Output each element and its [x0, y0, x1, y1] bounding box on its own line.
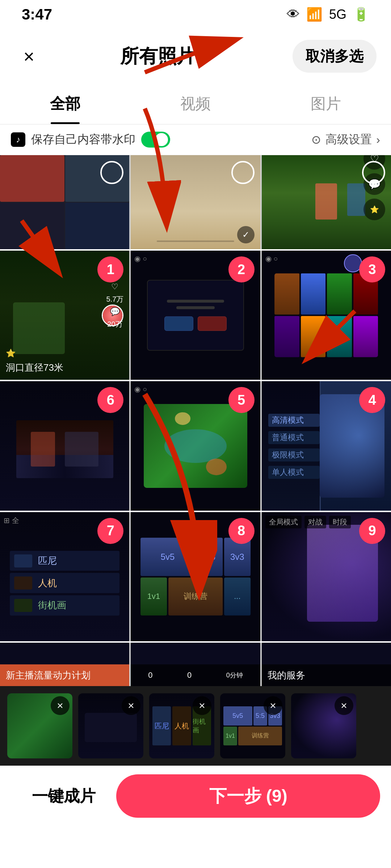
cell-badge-7: 7 [97, 518, 123, 544]
chevron-right-icon: › [376, 133, 380, 146]
header: × 所有照片 ▼ 取消多选 [0, 29, 391, 84]
selected-thumb-2[interactable]: × [78, 693, 143, 758]
photo-cell-2[interactable]: ◉ ○ 2 [131, 251, 260, 380]
circle-icon: ⊙ [311, 133, 321, 146]
one-click-button[interactable]: 一键成片 [11, 774, 116, 818]
remove-thumb-1-button[interactable]: × [51, 696, 70, 715]
tab-image[interactable]: 图片 [261, 84, 391, 124]
album-title: 所有照片 [120, 44, 196, 69]
photo-row-3: 6 ◉ ○ 5 高清模式 普通模式 极限模式 单人模式 [0, 381, 391, 510]
tiktok-logo-icon: ♪ [11, 132, 25, 147]
photo-cell-1[interactable]: 1 ♡ 5.7万 💬 20万 洞口直径73米 ⭐ [0, 251, 129, 380]
settings-bar: ♪ 保存自己内容带水印 ⊙ 高级设置 › [0, 124, 391, 155]
close-button[interactable]: × [14, 42, 43, 71]
photo-cell-4[interactable]: 高清模式 普通模式 极限模式 单人模式 4 [262, 381, 391, 510]
photo-row-partial: 新主播流量动力计划 000分钟 我的服务 [0, 643, 391, 686]
photo-cell-8[interactable]: 5v5 5:5 3v3 1v1 训练营 ... 8 [131, 512, 260, 641]
remove-thumb-2-button[interactable]: × [122, 696, 140, 715]
photo-cell-5[interactable]: ◉ ○ 5 [131, 381, 260, 510]
tab-video[interactable]: 视频 [130, 84, 261, 124]
next-button[interactable]: 下一步 (9) [116, 774, 380, 818]
watermark-label: 保存自己内容带水印 [31, 132, 135, 148]
close-icon: × [24, 46, 34, 67]
cell-badge-8: 8 [228, 518, 255, 544]
remove-thumb-3-button[interactable]: × [193, 696, 211, 715]
eye-icon: 👁 [287, 7, 300, 22]
selected-strip: × × 匹尼 人机 街机画 × 5v5 5:5 [0, 686, 391, 766]
main-container: × 所有照片 ▼ 取消多选 全部 视频 图片 ♪ 保存自己内容带水印 ⊙ 高级设… [0, 29, 391, 868]
watermark-setting: ♪ 保存自己内容带水印 [11, 132, 170, 148]
status-time: 3:47 [22, 6, 52, 23]
cell-badge-5: 5 [228, 387, 255, 413]
advanced-label: 高级设置 [325, 132, 372, 148]
watermark-toggle[interactable] [141, 132, 170, 148]
header-title: 所有照片 ▼ [120, 44, 216, 69]
wifi-icon: 📶 [306, 7, 323, 22]
selected-thumb-1[interactable]: × [7, 693, 72, 758]
photo-cell-3[interactable]: ◉ ○ 3 [262, 251, 391, 380]
tab-all[interactable]: 全部 [0, 84, 130, 124]
photo-cell-7[interactable]: 匹尼 人机 街机画 ⊞ 全 7 [0, 512, 129, 641]
battery-icon: 🔋 [353, 7, 369, 22]
photo-cell-6[interactable]: 6 [0, 381, 129, 510]
top-photo-cell-3[interactable]: ♡ 💬 ⭐ [262, 155, 391, 249]
photo-cell-9[interactable]: 全局模式 对战 时段 9 [262, 512, 391, 641]
selected-thumb-4[interactable]: 5v5 5:5 3v3 1v1 训练营 × [220, 693, 285, 758]
top-photo-cell-1[interactable] [0, 155, 129, 249]
select-circle-top1[interactable] [100, 161, 123, 184]
chevron-down-icon: ▼ [201, 48, 216, 64]
advanced-setting[interactable]: ⊙ 高级设置 › [311, 132, 380, 148]
top-photo-cell-2[interactable]: ✓ [131, 155, 260, 249]
cell-badge-1: 1 [97, 256, 123, 282]
tab-bar: 全部 视频 图片 [0, 84, 391, 124]
remove-thumb-4-button[interactable]: × [264, 696, 282, 715]
selected-thumb-5[interactable]: × [291, 693, 356, 758]
cell-badge-3: 3 [359, 256, 385, 282]
cancel-multi-button[interactable]: 取消多选 [293, 40, 377, 73]
remove-thumb-5-button[interactable]: × [335, 696, 353, 715]
signal-icon: 5G [329, 7, 346, 22]
select-circle-top2[interactable] [231, 161, 255, 184]
select-circle-top3[interactable] [362, 161, 385, 184]
cell-badge-9: 9 [359, 518, 385, 544]
photo-row-4: 匹尼 人机 街机画 ⊞ 全 7 5v5 5:5 3v3 1v1 [0, 512, 391, 641]
bottom-action-bar: 一键成片 下一步 (9) [0, 766, 391, 826]
top-photo-row: ✓ ♡ 💬 ⭐ [0, 155, 391, 249]
cell-badge-4: 4 [359, 387, 385, 413]
status-icons: 👁 📶 5G 🔋 [287, 7, 369, 22]
status-bar: 3:47 👁 📶 5G 🔋 [0, 0, 391, 29]
cell-badge-2: 2 [228, 256, 255, 282]
selected-thumb-3[interactable]: 匹尼 人机 街机画 × [149, 693, 214, 758]
photo-row-2: 1 ♡ 5.7万 💬 20万 洞口直径73米 ⭐ [0, 251, 391, 380]
